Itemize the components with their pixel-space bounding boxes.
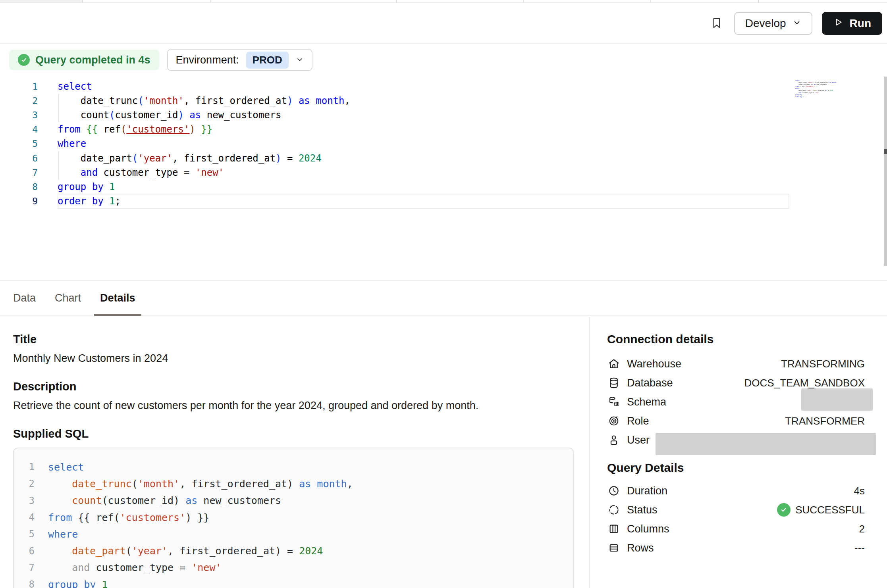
- connection-row-user: User: [607, 430, 865, 450]
- code-line: 4from {{ ref('customers') }}: [14, 509, 573, 526]
- run-button[interactable]: Run: [822, 12, 882, 35]
- warehouse-icon: [607, 357, 621, 371]
- line-number: 4: [0, 124, 38, 135]
- line-number: 1: [14, 461, 35, 473]
- query-detail-rows: Duration4sStatusSUCCESSFULColumns2Rows--…: [607, 481, 865, 557]
- details-main: Title Monthly New Customers in 2024 Desc…: [0, 317, 589, 588]
- tab-details[interactable]: Details: [100, 281, 135, 315]
- code-line: 8group by 1: [14, 576, 573, 588]
- bookmark-button[interactable]: [708, 14, 725, 33]
- line-number: 9: [0, 196, 38, 206]
- environment-select[interactable]: Environment: PROD: [167, 49, 312, 71]
- connection-row-warehouse: WarehouseTRANSFORMING: [607, 354, 865, 373]
- user-icon: [607, 433, 621, 447]
- row-label: User: [627, 434, 650, 446]
- query-details-row-duration: Duration4s: [607, 481, 865, 500]
- redacted-value: [801, 388, 873, 411]
- tab-data[interactable]: Data: [13, 281, 36, 315]
- environment-value-badge: PROD: [246, 52, 289, 69]
- editor-code: 1select2 date_trunc('month', first_order…: [0, 79, 887, 208]
- chevron-down-icon: [793, 17, 801, 30]
- results-tabbar: DataChartDetails: [0, 280, 887, 316]
- connection-details-heading: Connection details: [607, 332, 865, 346]
- code-line: 3 count(customer_id) as new_customers: [0, 108, 887, 122]
- rows-icon: [607, 541, 621, 555]
- row-value-text: DOCS_TEAM_SANDBOX: [744, 377, 865, 389]
- row-label: Schema: [627, 396, 666, 408]
- query-details-row-status: StatusSUCCESSFUL: [607, 500, 865, 519]
- row-label: Rows: [627, 542, 654, 554]
- connection-rows: WarehouseTRANSFORMINGDatabaseDOCS_TEAM_S…: [607, 354, 865, 450]
- row-label: Status: [627, 504, 658, 516]
- ide-window: Develop Run Query completed in 4s Enviro…: [0, 0, 887, 588]
- code-line: 7 and customer_type = 'new': [0, 165, 887, 180]
- details-sidepanel: Connection details WarehouseTRANSFORMING…: [589, 317, 887, 588]
- code-line: 2 date_trunc('month', first_ordered_at) …: [0, 94, 887, 108]
- environment-label: Environment:: [176, 54, 239, 66]
- columns-icon: [607, 522, 621, 536]
- row-label: Role: [627, 415, 649, 427]
- description-value: Retrieve the count of new customers per …: [13, 399, 573, 412]
- connection-row-schema: Schema: [607, 392, 865, 411]
- file-tab-active-segment[interactable]: [0, 0, 82, 2]
- code-line: 1select: [0, 79, 887, 94]
- file-tab-separator: [758, 0, 759, 2]
- tab-chart[interactable]: Chart: [55, 281, 81, 315]
- file-tab-separator: [650, 0, 651, 2]
- toolbar: Develop Run: [0, 4, 887, 44]
- line-number: 1: [0, 81, 38, 92]
- query-details-row-columns: Columns2: [607, 519, 865, 538]
- row-label: Database: [627, 377, 673, 389]
- develop-button-label: Develop: [745, 17, 786, 30]
- sql-editor[interactable]: 1select2 date_trunc('month', first_order…: [0, 75, 887, 280]
- code-line: 5where: [0, 136, 887, 151]
- title-value: Monthly New Customers in 2024: [13, 352, 573, 365]
- supplied-sql-code: 1select2 date_trunc('month', first_order…: [13, 448, 574, 588]
- code-line: 4from {{ ref('customers') }}: [0, 122, 887, 136]
- code-line: 8group by 1: [0, 180, 887, 194]
- schema-icon: [607, 395, 621, 409]
- line-number: 3: [14, 495, 35, 506]
- row-label: Duration: [627, 485, 667, 497]
- row-value-text: 4s: [854, 485, 865, 497]
- query-details-row-rows: Rows---: [607, 538, 865, 557]
- line-number: 3: [0, 110, 38, 120]
- role-icon: [607, 414, 621, 428]
- code-line: 1select: [14, 459, 573, 475]
- chevron-down-icon: [296, 54, 304, 66]
- row-value-text: TRANSFORMING: [781, 358, 865, 370]
- row-label: Warehouse: [627, 358, 681, 370]
- redacted-value: [656, 433, 876, 455]
- row-value: TRANSFORMER: [785, 415, 865, 427]
- row-value: TRANSFORMING: [781, 358, 865, 370]
- database-icon: [607, 376, 621, 390]
- code-line: 7 and customer_type = 'new': [14, 559, 573, 576]
- line-number: 2: [0, 96, 38, 106]
- query-status-row: Query completed in 4s Environment: PROD: [0, 44, 887, 75]
- code-line: 6 date_part('year', first_ordered_at) = …: [14, 542, 573, 559]
- code-line: 5where: [14, 526, 573, 542]
- query-status-text: Query completed in 4s: [35, 54, 150, 66]
- clock-icon: [607, 484, 621, 498]
- run-button-label: Run: [850, 17, 871, 30]
- line-number: 6: [14, 546, 35, 557]
- code-line: 9order by 1;: [0, 194, 887, 208]
- check-circle-icon: [777, 503, 791, 517]
- line-number: 8: [14, 579, 35, 588]
- line-number: 4: [14, 512, 35, 523]
- file-tab-strip: [0, 0, 887, 3]
- row-value-text: 2: [859, 523, 865, 535]
- code-line: 6 date_part('year', first_ordered_at) = …: [0, 151, 887, 165]
- row-value: 4s: [854, 485, 865, 497]
- line-number: 5: [0, 138, 38, 149]
- develop-button[interactable]: Develop: [734, 12, 812, 35]
- row-value: 2: [859, 523, 865, 535]
- code-line: 2 date_trunc('month', first_ordered_at) …: [14, 475, 573, 492]
- status-icon: [607, 503, 621, 517]
- supplied-sql-heading: Supplied SQL: [13, 427, 573, 440]
- row-value-text: ---: [854, 542, 865, 554]
- row-value-text: TRANSFORMER: [785, 415, 865, 427]
- line-number: 7: [14, 562, 35, 573]
- check-circle-icon: [18, 54, 30, 66]
- details-content: Title Monthly New Customers in 2024 Desc…: [0, 317, 887, 588]
